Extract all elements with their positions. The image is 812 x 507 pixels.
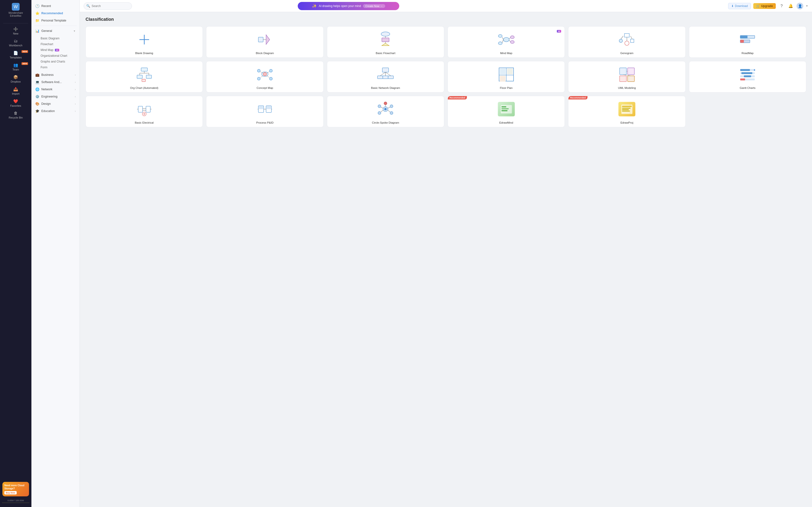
- svg-rect-63: [620, 76, 626, 81]
- panel-section-network-label: Network: [41, 88, 52, 91]
- panel-section-design[interactable]: 🎨 Design ›: [32, 100, 80, 107]
- help-button[interactable]: ?: [778, 3, 785, 9]
- panel-sub-org-chart[interactable]: Organizational Chart: [41, 53, 80, 59]
- svg-rect-19: [624, 34, 629, 37]
- personal-icon: 📁: [35, 18, 39, 22]
- card-mindmap[interactable]: AI Mind Map: [448, 26, 565, 58]
- svg-point-12: [498, 42, 502, 45]
- svg-rect-109: [622, 106, 632, 107]
- storage-bar-area: 0.00M / 100.00M: [0, 498, 32, 504]
- panel-item-recent[interactable]: 🕐 Recent: [32, 2, 80, 10]
- upgrade-icon: 🛒: [756, 4, 760, 8]
- svg-rect-31: [137, 75, 142, 78]
- new-icon: ➕: [13, 27, 18, 32]
- cloud-promo-banner[interactable]: Need more Cloud Storage? Buy Now: [2, 482, 29, 496]
- card-block[interactable]: Block Diagram: [206, 26, 323, 58]
- software-icon: 💻: [35, 80, 39, 84]
- panel-sub-graphs[interactable]: Graphs and Charts: [41, 59, 80, 64]
- download-button[interactable]: ⬇ Download: [728, 3, 751, 9]
- sidebar-item-workbench[interactable]: 🗂 Workbench: [0, 37, 32, 49]
- panel-section-engineering[interactable]: ⚙️ Engineering ›: [32, 93, 80, 100]
- card-uml[interactable]: UML Modeling: [568, 61, 686, 93]
- edrawmind-recommended-badge: Recommended: [448, 96, 467, 100]
- block-card-icon: [209, 30, 320, 50]
- software-chevron-icon: ›: [75, 81, 75, 83]
- ai-banner[interactable]: ✨ AI drawing helps open your mind Create…: [298, 2, 399, 10]
- search-bar[interactable]: 🔍: [84, 2, 132, 10]
- header-actions: ⬇ Download 🛒 Upgrade ? 🔔 👤 ▼: [728, 3, 808, 9]
- team-icon: 👥: [13, 63, 18, 67]
- svg-rect-48: [382, 68, 389, 72]
- panel-sub-form[interactable]: Form: [41, 64, 80, 70]
- panel-section-education[interactable]: 🎓 Education ›: [32, 107, 80, 115]
- svg-line-54: [386, 72, 391, 76]
- design-icon: 🎨: [35, 102, 39, 106]
- panel-section-software[interactable]: 💻 Software And... ›: [32, 78, 80, 86]
- svg-rect-105: [501, 106, 506, 107]
- edrawproj-card-label: EdrawProj: [620, 121, 633, 124]
- sidebar-item-recycle[interactable]: 🗑 Recycle Bin: [0, 109, 32, 121]
- svg-rect-30: [141, 68, 147, 71]
- concept-card-icon: [209, 64, 320, 84]
- main-content: 🔍 ✨ AI drawing helps open your mind Crea…: [80, 0, 812, 507]
- cloud-promo-btn[interactable]: Buy Now: [4, 491, 17, 495]
- sidebar-item-import-label: Import: [12, 92, 19, 95]
- svg-rect-29: [740, 40, 744, 43]
- card-genogram[interactable]: Genogram: [568, 26, 686, 58]
- card-blank[interactable]: Blank Drawing: [86, 26, 203, 58]
- import-icon: 📥: [13, 87, 18, 92]
- panel-section-general[interactable]: 📊 General ▼: [32, 27, 80, 35]
- notification-button[interactable]: 🔔: [788, 3, 794, 9]
- card-roadmap[interactable]: RoadMap: [689, 26, 806, 58]
- svg-rect-110: [622, 108, 630, 109]
- svg-rect-70: [742, 72, 752, 74]
- svg-line-47: [266, 75, 269, 78]
- card-flowchart[interactable]: Basic Flowchart: [327, 26, 444, 58]
- sidebar-item-workbench-label: Workbench: [9, 44, 22, 47]
- ai-banner-btn[interactable]: Create Now →: [363, 4, 385, 8]
- sidebar-item-team[interactable]: 👥 Team NEW: [0, 61, 32, 73]
- search-icon: 🔍: [86, 4, 90, 8]
- recent-icon: 🕐: [35, 4, 39, 8]
- design-chevron-icon: ›: [75, 103, 75, 105]
- sidebar-item-new[interactable]: ➕ New: [0, 25, 32, 37]
- svg-line-101: [381, 110, 383, 112]
- search-input[interactable]: [92, 4, 129, 8]
- svg-line-16: [502, 40, 503, 43]
- panel-section-network[interactable]: 🌐 Network ›: [32, 86, 80, 93]
- card-electrical[interactable]: Basic Electrical: [86, 96, 203, 127]
- card-edrawmind[interactable]: Recommended EdrawMind: [448, 96, 565, 127]
- card-pid[interactable]: Process P&ID: [206, 96, 323, 127]
- card-circle[interactable]: Circle-Spoke Diagram: [327, 96, 444, 127]
- sidebar-item-templates[interactable]: 📄 Templates NEW: [0, 49, 32, 61]
- panel-sub-mindmap[interactable]: Mind Map AI: [41, 47, 80, 53]
- engineering-chevron-icon: ›: [75, 95, 75, 98]
- panel-sub-flowchart[interactable]: Flowchart: [41, 41, 80, 47]
- svg-rect-86: [259, 106, 263, 109]
- sidebar-item-favorites[interactable]: ❤️ Favorites: [0, 97, 32, 109]
- svg-rect-59: [507, 68, 513, 74]
- panel-section-business[interactable]: 💼 Business ›: [32, 71, 80, 78]
- section-title: Classification: [86, 17, 806, 22]
- panel-item-recommended[interactable]: ⭐ Recommended: [32, 10, 80, 17]
- panel-sub-basic-diagram[interactable]: Basic Diagram: [41, 36, 80, 41]
- sidebar-item-import[interactable]: 📥 Import: [0, 85, 32, 97]
- bell-icon: 🔔: [788, 4, 793, 8]
- upgrade-button[interactable]: 🛒 Upgrade: [753, 3, 776, 9]
- svg-rect-28: [740, 36, 748, 38]
- card-org[interactable]: Org Chart (Automated): [86, 61, 203, 93]
- svg-rect-61: [620, 68, 626, 74]
- card-edrawproj[interactable]: Recommended EdrawProj: [568, 96, 686, 127]
- gantt-card-icon: [692, 64, 803, 84]
- svg-point-10: [503, 38, 509, 42]
- panel-section-engineering-label: Engineering: [41, 95, 57, 98]
- sidebar-item-dropbox[interactable]: 📦 Dropbox: [0, 73, 32, 85]
- card-floorplan[interactable]: Floor Plan: [448, 61, 565, 93]
- user-avatar[interactable]: 👤: [797, 3, 803, 9]
- mindmap-ai-indicator: AI: [557, 30, 561, 33]
- panel-section-education-label: Education: [41, 109, 55, 113]
- card-gantt[interactable]: Gantt Charts: [689, 61, 806, 93]
- panel-item-personal[interactable]: 📁 Personal Template: [32, 17, 80, 24]
- card-network[interactable]: Basic Network Diagram: [327, 61, 444, 93]
- card-concept[interactable]: Concept Map: [206, 61, 323, 93]
